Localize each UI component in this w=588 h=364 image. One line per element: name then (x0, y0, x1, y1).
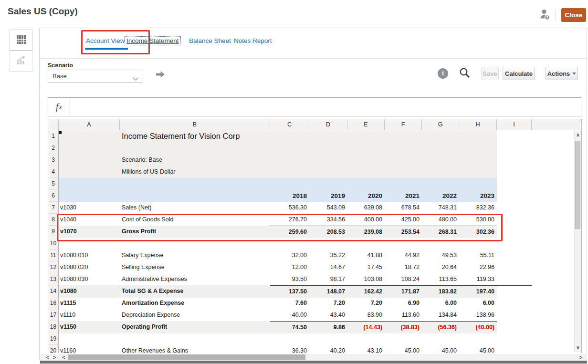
cell-value[interactable]: 425.00 (385, 214, 422, 226)
cell-account-label[interactable]: Millions of US Dollar (120, 166, 270, 178)
cell-value[interactable]: 43.10 (347, 345, 385, 353)
cell-extra[interactable] (532, 250, 579, 261)
cell-value[interactable]: 639.08 (347, 202, 385, 214)
formula-input[interactable] (70, 98, 581, 116)
cell-extra[interactable] (532, 285, 579, 298)
col-header-blank[interactable] (532, 119, 579, 130)
cell-extra[interactable] (532, 226, 579, 238)
cell-account-code[interactable]: v1040 (59, 214, 120, 226)
tab-account-view[interactable]: Account View (86, 37, 125, 44)
cell-value[interactable] (309, 333, 347, 345)
cell-account-code[interactable]: v1080:020 (59, 261, 120, 273)
col-header-G[interactable]: G (422, 119, 459, 130)
cell-value[interactable]: 536.30 (270, 202, 309, 214)
cell-value[interactable]: 17.45 (347, 261, 385, 273)
tab-income-statement[interactable]: Income Statement (125, 37, 180, 45)
cell-value[interactable] (309, 238, 347, 250)
cell-value[interactable] (347, 178, 385, 190)
row-header-10[interactable]: 10 (48, 238, 59, 250)
cell-value[interactable] (459, 166, 497, 178)
row-header-20[interactable]: 20 (48, 345, 59, 353)
row-header-5[interactable]: 5 (48, 178, 59, 190)
cell-value[interactable] (309, 166, 347, 178)
cell-value[interactable] (309, 178, 347, 190)
cell-col-i[interactable] (497, 297, 532, 309)
cell-extra[interactable] (532, 273, 579, 285)
cell-value[interactable]: 6.00 (422, 297, 459, 309)
cell-value[interactable]: 2020 (347, 190, 385, 202)
cell-value[interactable]: 6.00 (459, 297, 497, 309)
cell-value[interactable]: 400.00 (347, 214, 385, 226)
cell-extra[interactable] (532, 321, 579, 333)
cell-account-label[interactable]: Selling Expense (120, 261, 270, 273)
user-help-icon[interactable]: ? (539, 9, 551, 22)
cell-value[interactable] (270, 142, 309, 154)
cell-value[interactable]: 12.00 (270, 261, 309, 273)
cell-value[interactable]: (56.36) (422, 321, 459, 333)
cell-value[interactable]: 35.22 (309, 250, 347, 261)
row-header-19[interactable]: 19 (48, 333, 59, 345)
cell-value[interactable]: 543.09 (309, 202, 347, 214)
cell-value[interactable]: 14.67 (309, 261, 347, 273)
horizontal-scrollbar[interactable]: < > < > (40, 354, 586, 361)
cell-account-label[interactable]: Depreciation Expense (120, 309, 270, 321)
cell-value[interactable]: 7.20 (309, 297, 347, 309)
cell-value[interactable] (459, 154, 497, 166)
row-header-4[interactable]: 4 (48, 166, 59, 178)
cell-value[interactable] (385, 178, 422, 190)
cell-extra[interactable] (532, 345, 579, 353)
cell-account-code[interactable]: v1080:030 (59, 273, 120, 285)
cell-value[interactable] (459, 238, 497, 250)
sheet-prev-arrow[interactable]: < (46, 354, 49, 361)
cell-value[interactable]: 197.40 (459, 285, 497, 298)
cell-extra[interactable] (532, 142, 579, 154)
cell-col-i[interactable] (497, 130, 532, 142)
cell-value[interactable]: 302.36 (459, 226, 497, 238)
cell-value[interactable]: 2022 (422, 190, 459, 202)
row-header-14[interactable]: 14 (48, 285, 59, 298)
cell-account-code[interactable]: v1030 (59, 202, 120, 214)
cell-col-i[interactable] (497, 285, 532, 298)
cell-value[interactable]: 148.07 (309, 285, 347, 298)
cell-account-label[interactable] (120, 238, 270, 250)
col-header-A[interactable]: A (59, 119, 120, 130)
save-button[interactable]: Save (481, 67, 499, 80)
cell-account-label[interactable]: Income Statement for Vision Corp (120, 130, 270, 142)
row-header-7[interactable]: 7 (48, 202, 59, 214)
cell-account-label[interactable]: Scenario: Base (120, 154, 270, 166)
cell-value[interactable]: 9.86 (309, 321, 347, 333)
vertical-scrollbar-thumb[interactable] (575, 141, 580, 229)
row-header-3[interactable]: 3 (48, 154, 59, 166)
cell-value[interactable]: 32.00 (270, 250, 309, 261)
cell-account-label[interactable]: Salary Expense (120, 250, 270, 261)
cell-value[interactable]: 108.24 (385, 273, 422, 285)
cell-value[interactable]: 480.00 (422, 214, 459, 226)
cell-value[interactable]: 83.90 (347, 309, 385, 321)
cell-value[interactable] (385, 333, 422, 345)
cell-value[interactable]: 2019 (309, 190, 347, 202)
cell-value[interactable] (270, 130, 309, 142)
cell-value[interactable] (309, 130, 347, 142)
row-header-6[interactable]: 6 (48, 190, 59, 202)
cell-value[interactable]: (14.43) (347, 321, 385, 333)
cell-extra[interactable] (532, 309, 579, 321)
cell-col-i[interactable] (497, 190, 532, 202)
cell-value[interactable] (385, 130, 422, 142)
cell-account-code[interactable] (59, 333, 120, 345)
cell-col-i[interactable] (497, 178, 532, 190)
cell-account-label[interactable] (120, 333, 270, 345)
cell-value[interactable]: 138.96 (459, 309, 497, 321)
cell-value[interactable]: 20.64 (422, 261, 459, 273)
cell-value[interactable]: 55.11 (459, 250, 497, 261)
cell-extra[interactable] (532, 166, 579, 178)
cell-extra[interactable] (532, 297, 579, 309)
cell-account-code[interactable] (59, 130, 120, 142)
cell-account-label[interactable]: Other Revenues & Gains (120, 345, 270, 353)
cell-col-i[interactable] (497, 226, 532, 238)
col-header-blank[interactable] (48, 119, 59, 130)
cell-value[interactable] (385, 154, 422, 166)
cell-account-label[interactable] (120, 142, 270, 154)
close-button[interactable]: Close (561, 8, 586, 22)
col-header-D[interactable]: D (309, 119, 347, 130)
cell-value[interactable]: (40.00) (459, 321, 497, 333)
